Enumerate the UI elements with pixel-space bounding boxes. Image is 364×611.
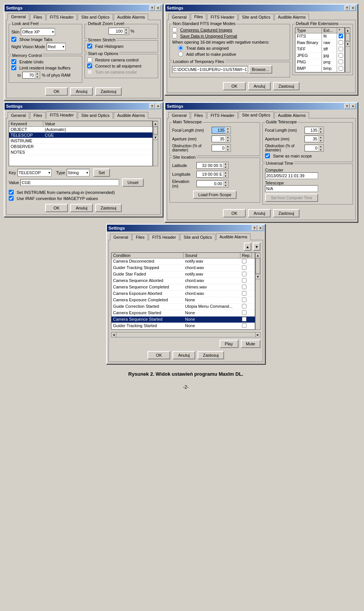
ok-button-bottom[interactable]: OK <box>147 351 170 359</box>
guide-focal-spinner[interactable]: ▲ ▼ <box>318 126 324 134</box>
lon-up[interactable]: ▲ <box>223 171 228 174</box>
move-down-button[interactable]: ▼ <box>253 243 260 251</box>
rep-chk-7[interactable] <box>242 298 246 302</box>
alarm-row[interactable]: Guider Tracking Stopped chord.wav <box>111 265 255 271</box>
rep-chk-8[interactable] <box>242 304 246 309</box>
apply-button-top-right[interactable]: Zastosuj <box>273 82 300 90</box>
key-select[interactable]: TELESCOP <box>17 169 52 176</box>
guide-focal-down[interactable]: ▼ <box>318 130 323 134</box>
enable-undo-checkbox[interactable] <box>11 59 16 64</box>
alarms-scrollbar[interactable]: ▲ ▼ <box>255 252 260 330</box>
kw-row-telescop[interactable]: TELESCOP CGE <box>9 132 152 138</box>
rep-chk-11[interactable] <box>242 323 246 328</box>
elevation-input[interactable] <box>196 180 223 187</box>
tiff-checked[interactable] <box>339 47 343 51</box>
kw-scroll-up[interactable]: ▲ <box>153 121 158 126</box>
set-button[interactable]: Set <box>93 168 110 177</box>
browse-button[interactable]: Browse... <box>249 65 272 74</box>
longitude-input[interactable] <box>196 171 223 178</box>
unset-button[interactable]: Unset <box>122 178 144 187</box>
main-aperture-spinner[interactable]: ▲ ▼ <box>225 135 231 143</box>
fast-histogram-checkbox[interactable] <box>87 44 92 49</box>
memory-value-input[interactable] <box>22 72 35 79</box>
kw-scroll-down[interactable]: ▼ <box>153 135 158 140</box>
close-button[interactable]: × <box>155 5 161 11</box>
help-button-tr[interactable]: ? <box>344 5 350 11</box>
zoom-value-input[interactable] <box>108 28 124 35</box>
guide-aperture-down[interactable]: ▼ <box>318 139 323 142</box>
move-up-button[interactable]: ▲ <box>244 243 251 251</box>
add-offset-radio[interactable] <box>178 52 183 57</box>
rep-chk-1[interactable] <box>242 259 246 263</box>
skin-select[interactable]: Office XP <box>21 28 55 36</box>
main-obstruction-down[interactable]: ▼ <box>225 148 231 151</box>
elevation-spinner[interactable]: ▲ ▼ <box>223 180 229 187</box>
bmp-checked[interactable] <box>339 66 343 71</box>
rep-chk-10[interactable] <box>242 317 246 321</box>
connect-all-checkbox[interactable] <box>87 63 92 68</box>
kw-row-object[interactable]: OBJECT (Automatic) <box>9 127 152 132</box>
tab-files-mr[interactable]: Files <box>191 112 206 118</box>
main-focal-down[interactable]: ▼ <box>225 130 231 134</box>
zoom-spinner-down[interactable]: ▼ <box>124 31 129 35</box>
close-button-tr[interactable]: × <box>350 5 356 11</box>
elev-up[interactable]: ▲ <box>223 180 228 184</box>
play-button[interactable]: Play <box>220 340 238 348</box>
cancel-button-top-right[interactable]: Anuluj <box>248 82 271 90</box>
lat-up[interactable]: ▲ <box>223 162 228 165</box>
png-checked[interactable] <box>339 60 343 64</box>
ok-button-middle-right[interactable]: OK <box>223 209 246 217</box>
kw-row-observer[interactable]: OBSERVER <box>9 144 152 150</box>
scroll-up[interactable]: ▲ <box>345 28 350 33</box>
main-aperture-up[interactable]: ▲ <box>225 135 231 139</box>
zoom-spinner-up[interactable]: ▲ <box>124 28 129 31</box>
tab-files[interactable]: Files <box>30 14 46 20</box>
alarms-scroll-down[interactable]: ▼ <box>255 274 260 279</box>
alarm-row-selected[interactable]: Camera Sequence Started None <box>111 317 255 323</box>
main-focal-spinner[interactable]: ▲ ▼ <box>225 126 231 134</box>
raw-checked[interactable] <box>339 40 343 45</box>
apply-button-middle-left[interactable]: Zastosuj <box>95 204 122 212</box>
tab-general-ml[interactable]: General <box>8 112 29 118</box>
tab-files-b[interactable]: Files <box>132 234 148 240</box>
restore-camera-checkbox[interactable] <box>87 57 92 62</box>
close-button-b[interactable]: × <box>258 225 263 231</box>
memory-spinner-down[interactable]: ▼ <box>35 75 40 79</box>
kw-row-notes[interactable]: NOTES <box>9 150 152 155</box>
ok-button-top-left[interactable]: OK <box>45 87 68 96</box>
cancel-button-top-left[interactable]: Anuluj <box>70 87 93 96</box>
latitude-input[interactable] <box>196 162 223 169</box>
tab-fits-header-b[interactable]: FITS Header <box>149 234 179 240</box>
tab-files-ml[interactable]: Files <box>30 112 46 118</box>
tab-audible-alarms-mr[interactable]: Audible Alarms <box>275 112 309 118</box>
help-button-ml[interactable]: ? <box>149 104 155 109</box>
rep-chk-4[interactable] <box>242 278 246 283</box>
same-as-main-checkbox[interactable] <box>265 153 270 158</box>
turn-cooler-checkbox[interactable] <box>87 69 92 74</box>
cancel-button-middle-left[interactable]: Anuluj <box>70 204 93 212</box>
guide-obstruction-input[interactable] <box>304 145 318 151</box>
h-scroll-left[interactable]: ◄ <box>111 332 116 337</box>
rep-chk-3[interactable] <box>242 272 246 276</box>
memory-spinner[interactable]: ▲ ▼ <box>35 71 40 79</box>
tab-general[interactable]: General <box>8 13 29 20</box>
jpeg-checked[interactable] <box>339 53 343 58</box>
temp-path-input[interactable] <box>172 66 248 73</box>
main-aperture-down[interactable]: ▼ <box>225 139 231 142</box>
save-unsigned-checkbox[interactable] <box>172 33 177 38</box>
alarm-row[interactable]: Camera Exposure Started None <box>111 310 255 317</box>
treat-unsigned-radio[interactable] <box>178 46 183 50</box>
tab-site-optics-mr[interactable]: Site and Optics <box>238 112 274 118</box>
fits-checked[interactable] <box>339 34 343 38</box>
cancel-button-middle-right[interactable]: Anuluj <box>248 209 271 217</box>
help-button-mr[interactable]: ? <box>344 104 350 109</box>
tab-fits-header[interactable]: FITS Header <box>46 14 77 20</box>
set-instrume-checkbox[interactable] <box>9 190 14 195</box>
tab-general-mr[interactable]: General <box>168 112 190 118</box>
computer-time-input[interactable] <box>265 172 318 179</box>
help-button-b[interactable]: ? <box>252 225 257 231</box>
close-button-ml[interactable]: × <box>155 104 161 109</box>
alarm-row[interactable]: Camera Sequence Completed chimes.wav <box>111 284 255 291</box>
apply-button-bottom[interactable]: Zastosuj <box>198 351 224 359</box>
main-obstruction-input[interactable] <box>212 145 225 151</box>
